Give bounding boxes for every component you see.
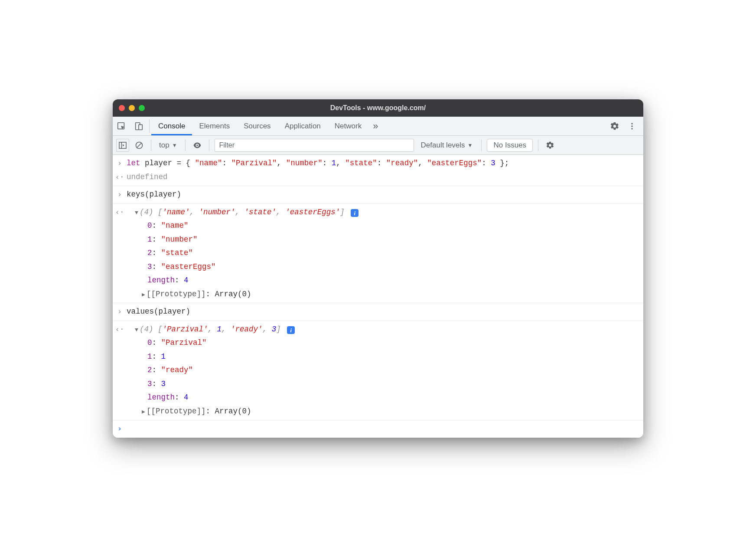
array-item[interactable]: 2: "ready": [127, 363, 643, 377]
array-length[interactable]: length: 4: [127, 391, 643, 405]
console-result: undefined: [127, 170, 643, 184]
output-marker-icon: ‹·: [113, 323, 127, 337]
filter-input[interactable]: [215, 139, 414, 152]
console-entry: ‹·▼(4) ['Parzival', 1, 'ready', 3] i0: "…: [113, 321, 643, 421]
chevron-down-icon: ▼: [172, 142, 177, 148]
minimize-icon[interactable]: [129, 105, 135, 111]
settings-gear-icon[interactable]: [606, 121, 623, 131]
separator: [149, 119, 150, 133]
tab-network[interactable]: Network: [328, 117, 368, 135]
separator: [209, 140, 209, 151]
chevron-down-icon: ▼: [468, 142, 473, 148]
separator: [185, 140, 186, 151]
separator: [481, 140, 482, 151]
console-input-code[interactable]: let player = { "name": "Parzival", "numb…: [127, 157, 643, 170]
console-output[interactable]: ›let player = { "name": "Parzival", "num…: [113, 155, 643, 438]
traffic-lights: [113, 105, 145, 111]
titlebar: DevTools - www.google.com/: [113, 99, 643, 117]
tab-application[interactable]: Application: [278, 117, 328, 135]
kebab-menu-icon[interactable]: [623, 122, 641, 131]
array-item[interactable]: 0: "name": [127, 219, 643, 233]
console-entry: ›let player = { "name": "Parzival", "num…: [113, 155, 643, 186]
devtools-window: DevTools - www.google.com/ Console Eleme…: [113, 99, 643, 438]
console-settings-gear-icon[interactable]: [544, 139, 557, 152]
close-icon[interactable]: [119, 105, 125, 111]
info-badge-icon[interactable]: i: [351, 209, 358, 217]
array-item[interactable]: 2: "state": [127, 246, 643, 260]
tab-elements[interactable]: Elements: [192, 117, 237, 135]
panel-tabs: Console Elements Sources Application Net…: [113, 117, 643, 136]
separator: [538, 140, 538, 151]
array-item[interactable]: 0: "Parzival": [127, 336, 643, 350]
live-expression-icon[interactable]: [191, 139, 204, 152]
context-label: top: [159, 141, 169, 150]
console-entry: ›keys(player): [113, 186, 643, 204]
array-item[interactable]: 3: 3: [127, 377, 643, 391]
console-prompt[interactable]: [127, 422, 643, 436]
context-selector[interactable]: top ▼: [156, 141, 180, 150]
device-toggle-icon[interactable]: [130, 117, 147, 135]
array-summary[interactable]: ▼(4) ['name', 'number', 'state', 'easter…: [127, 206, 643, 219]
input-marker-icon: ›: [113, 188, 127, 202]
array-item[interactable]: 3: "easterEggs": [127, 260, 643, 274]
info-badge-icon[interactable]: i: [287, 326, 295, 334]
levels-label: Default levels: [421, 141, 465, 150]
expand-arrow-icon[interactable]: ▶: [140, 290, 147, 300]
svg-rect-0: [118, 123, 124, 129]
svg-point-10: [196, 144, 198, 146]
svg-point-3: [631, 123, 632, 124]
array-item[interactable]: 1: 1: [127, 350, 643, 364]
log-levels-selector[interactable]: Default levels ▼: [417, 141, 476, 150]
output-marker-icon: ‹·: [113, 170, 127, 184]
window-title: DevTools - www.google.com/: [113, 104, 643, 112]
separator: [151, 140, 151, 151]
input-marker-icon: ›: [113, 305, 127, 319]
tab-list: Console Elements Sources Application Net…: [151, 117, 368, 135]
prototype-row[interactable]: ▶[[Prototype]]: Array(0): [127, 288, 643, 301]
console-entry: ›values(player): [113, 303, 643, 321]
console-entry: ‹·▼(4) ['name', 'number', 'state', 'east…: [113, 204, 643, 304]
console-input-code[interactable]: keys(player): [127, 188, 643, 202]
console-toolbar: top ▼ Default levels ▼ No Issues: [113, 136, 643, 155]
issues-label: No Issues: [493, 141, 526, 150]
clear-console-icon[interactable]: [133, 139, 146, 152]
expand-arrow-icon[interactable]: ▶: [140, 407, 147, 417]
svg-line-9: [137, 143, 141, 147]
svg-point-4: [631, 125, 632, 127]
more-tabs-icon[interactable]: »: [368, 117, 382, 135]
zoom-icon[interactable]: [139, 105, 145, 111]
tab-console[interactable]: Console: [151, 117, 192, 135]
console-input-code[interactable]: values(player): [127, 305, 643, 319]
array-length[interactable]: length: 4: [127, 274, 643, 288]
issues-button[interactable]: No Issues: [487, 139, 533, 152]
tab-sources[interactable]: Sources: [237, 117, 277, 135]
inspect-icon[interactable]: [113, 117, 130, 135]
array-summary[interactable]: ▼(4) ['Parzival', 1, 'ready', 3] i: [127, 323, 643, 337]
input-marker-icon: ›: [113, 157, 127, 170]
svg-point-5: [631, 128, 632, 129]
prototype-row[interactable]: ▶[[Prototype]]: Array(0): [127, 405, 643, 419]
sidebar-toggle-icon[interactable]: [116, 139, 129, 152]
expand-arrow-icon[interactable]: ▼: [134, 325, 140, 335]
prompt-marker-icon[interactable]: ›: [113, 422, 127, 436]
output-marker-icon: ‹·: [113, 206, 127, 219]
svg-rect-2: [139, 124, 142, 130]
array-item[interactable]: 1: "number": [127, 233, 643, 247]
expand-arrow-icon[interactable]: ▼: [134, 208, 140, 218]
